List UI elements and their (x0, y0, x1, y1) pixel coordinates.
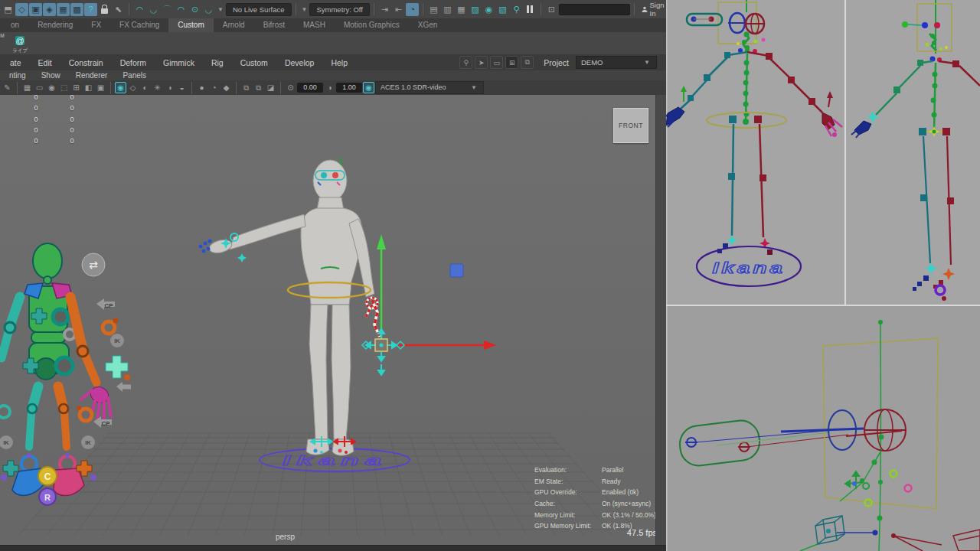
snap-curve-4-icon[interactable]: ◠ (175, 3, 188, 16)
snap-curve-1-icon[interactable]: ◠ (133, 3, 146, 16)
picker-cp-button-arm[interactable]: CP (96, 298, 115, 310)
resolution-gate-icon[interactable]: ◉ (46, 82, 57, 93)
wireframe-display-icon[interactable]: ◇ (127, 82, 139, 93)
snap-to-view-plane-icon[interactable]: ▩ (70, 3, 83, 16)
project-select[interactable]: DEMO ▼ (576, 56, 657, 69)
viewport-scrollbar[interactable] (655, 95, 667, 545)
shelf-tab-rendering[interactable]: Rendering (28, 18, 82, 32)
panel-menu-panels[interactable]: Panels (115, 71, 154, 80)
gamma-field[interactable]: 1.00 (336, 83, 362, 93)
construction-history-icon[interactable]: ◔ (406, 3, 419, 16)
shelf-item-1[interactable]: M (0, 33, 11, 39)
film-gate-icon[interactable]: ▭ (34, 82, 45, 93)
screen-space-ao-icon[interactable]: ◒ (176, 82, 188, 93)
ipr-render-icon[interactable]: ▥ (441, 3, 454, 16)
safe-action-icon[interactable]: ◧ (83, 82, 94, 93)
picker-cp-small-button[interactable] (116, 382, 131, 392)
shadows-icon[interactable]: ◑ (164, 82, 175, 93)
shaded-display-icon[interactable]: ◉ (115, 82, 126, 93)
textured-display-icon[interactable]: ◐ (139, 82, 151, 93)
live-surface-field[interactable]: No Live Surface (226, 3, 292, 16)
viewport-paste-icon[interactable]: ⧉ (253, 82, 264, 93)
panel-menu-show[interactable]: Show (34, 71, 68, 80)
grid-toggle-icon[interactable]: ▦ (21, 82, 33, 93)
search-input[interactable] (559, 4, 630, 15)
select-camera-icon[interactable]: ✎ (2, 82, 13, 93)
snap-curve-2-icon[interactable]: ◡ (147, 3, 160, 16)
picker-plus-left-foot[interactable] (3, 461, 18, 476)
picker-c-button[interactable]: C (38, 467, 57, 485)
snap-to-point-icon[interactable]: ◈ (43, 3, 56, 16)
xray-icon[interactable]: ◔ (208, 82, 220, 93)
picker-orange-ring[interactable] (103, 321, 115, 334)
shelf-tab-arnold[interactable]: Arnold (214, 18, 254, 32)
picker-ik-button-left-leg[interactable]: IK (0, 435, 13, 449)
shelf-tab-fx-caching[interactable]: FX Caching (110, 18, 168, 32)
menu-edit[interactable]: Edit (30, 58, 60, 67)
snap-curve-3-icon[interactable]: ⌒ (161, 3, 174, 16)
menu-develop[interactable]: Develop (276, 58, 323, 67)
playblast-icon[interactable]: ◉ (482, 3, 495, 16)
shelf-tab-mash[interactable]: MASH (294, 18, 335, 32)
render-icon[interactable]: ▤ (427, 3, 440, 16)
picker-orange-ring-leg[interactable] (80, 409, 92, 421)
make-live-icon[interactable]: ? (84, 3, 97, 16)
pin-icon[interactable]: ⚲ (459, 56, 472, 69)
input-connections-icon[interactable]: ⇥ (378, 3, 391, 16)
four-pane-icon[interactable]: ⊞ (505, 56, 518, 69)
symmetry-caret-icon[interactable]: ▼ (302, 6, 308, 13)
snap-options-caret-icon[interactable]: ▼ (217, 6, 224, 13)
lock-icon[interactable] (98, 3, 111, 16)
menu-deform[interactable]: Deform (112, 58, 155, 67)
lighting-display-icon[interactable]: ✳ (152, 82, 163, 93)
shelf-tab-custom[interactable]: Custom (168, 18, 213, 32)
menu-rig[interactable]: Rig (203, 58, 232, 67)
menu-custom[interactable]: Custom (232, 58, 276, 67)
snap-curve-5-icon[interactable]: ⊙ (188, 3, 201, 16)
menu-create[interactable]: ate (2, 58, 30, 67)
character-mesh[interactable] (208, 160, 374, 455)
panel-menu-renderer[interactable]: Renderer (68, 71, 116, 80)
viewport-copy-icon[interactable]: ⧉ (240, 82, 252, 93)
sign-in-button[interactable]: Sign In (642, 1, 668, 18)
launch-render-view-icon[interactable]: ▨ (469, 3, 482, 16)
select-tool-icon[interactable]: ➤ (475, 56, 488, 69)
picker-ik-button-arm[interactable]: IK (110, 334, 124, 347)
perspective-viewport[interactable]: Ikana (0, 95, 655, 545)
xray-joints-icon[interactable]: ◆ (220, 82, 232, 93)
keyable-icon[interactable]: ⬉ (112, 3, 125, 16)
selected-joint-chain[interactable] (366, 298, 380, 337)
isolate-select-icon[interactable]: ● (196, 82, 207, 93)
panel-menu-lighting[interactable]: nting (2, 71, 34, 80)
gamma-icon[interactable]: ◑ (324, 82, 335, 93)
field-chart-icon[interactable]: ⊞ (70, 82, 82, 93)
snap-to-curve-icon[interactable]: ▣ (29, 3, 42, 16)
picker-mirror-button[interactable]: ⇄ (82, 253, 105, 276)
output-connections-icon[interactable]: ⇤ (392, 3, 405, 16)
stacked-panes-icon[interactable]: ⧉ (521, 56, 534, 69)
shelf-tab-bifrost[interactable]: Bifrost (254, 18, 294, 32)
menu-help[interactable]: Help (322, 58, 356, 67)
cached-playback-icon[interactable]: ▧ (496, 3, 509, 16)
viewport-snapshot-icon[interactable]: ◪ (265, 82, 276, 93)
snap-to-projected-center-icon[interactable]: ▦ (57, 3, 70, 16)
color-management-icon[interactable]: ◉ (363, 82, 374, 93)
move-manipulator[interactable] (362, 234, 496, 375)
render-settings-icon[interactable]: ▦ (455, 3, 468, 16)
picker-r-button[interactable]: R (39, 488, 56, 505)
evaluation-icon[interactable]: ⚲ (510, 3, 523, 16)
safe-title-icon[interactable]: ▣ (95, 82, 106, 93)
shelf-tab-xgen[interactable]: XGen (409, 18, 447, 32)
snap-to-grid-icon[interactable]: ◇ (15, 3, 28, 16)
show-manipulators-icon[interactable]: ⊡ (545, 3, 558, 16)
shelf-tab-motion-graphics[interactable]: Motion Graphics (335, 18, 409, 32)
symmetry-field[interactable]: Symmetry: Off (309, 3, 370, 16)
locator-cube[interactable] (450, 264, 463, 277)
menu-constrain[interactable]: Constrain (60, 58, 112, 67)
exposure-icon[interactable]: ⊙ (285, 82, 296, 93)
single-pane-icon[interactable]: ▭ (490, 56, 503, 69)
file-new-icon[interactable]: ⬒ (2, 3, 15, 16)
shelf-tab[interactable]: on (2, 18, 28, 32)
front-view-button[interactable]: FRONT (613, 108, 648, 143)
picker-ik-button-right-leg[interactable]: IK (81, 435, 95, 449)
